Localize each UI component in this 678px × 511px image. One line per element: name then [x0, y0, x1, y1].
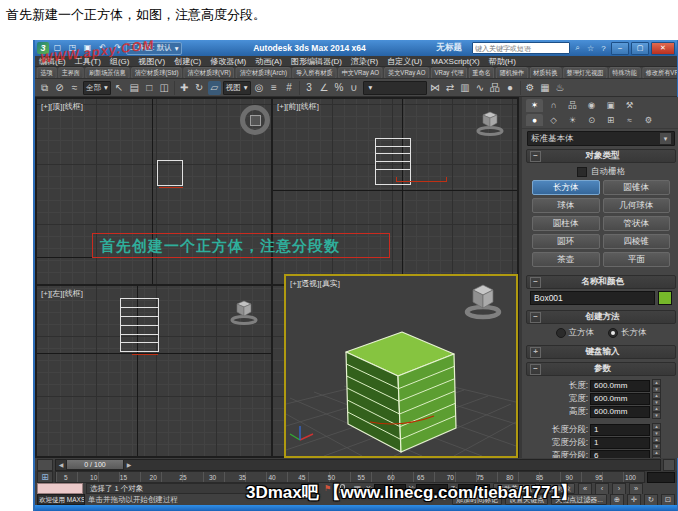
length-spinner[interactable]: ▴▾: [652, 379, 661, 393]
named-selection-dropdown[interactable]: ▾: [363, 81, 427, 95]
pan-icon[interactable]: ✛: [627, 494, 641, 506]
snap-toggle-3d-icon[interactable]: 3: [303, 81, 316, 95]
select-object-icon[interactable]: ↖: [113, 81, 126, 95]
search-icon[interactable]: ⌕: [572, 43, 583, 53]
viewport-persp-label[interactable]: [+][透视][真实]: [290, 278, 340, 289]
viewcube-top[interactable]: [240, 105, 270, 135]
select-by-name-icon[interactable]: ▤: [128, 81, 141, 95]
rendered-frame-icon[interactable]: ▦: [539, 81, 552, 95]
time-slider-track[interactable]: ◀ 0 / 100 ▶: [55, 459, 661, 471]
obj-cylinder-button[interactable]: 圆柱体: [532, 216, 600, 231]
obj-cone-button[interactable]: 圆锥体: [603, 180, 671, 195]
spinner-snap-icon[interactable]: ∪: [348, 81, 361, 95]
render-setup-icon[interactable]: ⚙: [524, 81, 537, 95]
tab-create-icon[interactable]: ✶: [526, 99, 543, 112]
obj-teapot-button[interactable]: 茶壶: [532, 252, 600, 267]
rollout-keyboard-entry-header[interactable]: + 键盘输入: [526, 345, 676, 359]
obj-box-button[interactable]: 长方体: [532, 180, 600, 195]
radio-box[interactable]: 长方体: [608, 327, 647, 339]
rollout-parameters-header[interactable]: − 参数: [526, 362, 676, 376]
script-button-cn-vray-ao[interactable]: 中文VRay AO: [338, 67, 383, 79]
sub-geometry-icon[interactable]: ●: [526, 114, 543, 126]
curve-editor-icon[interactable]: ∿: [474, 81, 487, 95]
height-field[interactable]: 600.0mm: [590, 406, 650, 418]
script-button-vray-proxy[interactable]: VRay 代理: [431, 67, 467, 79]
time-slider-mode-button[interactable]: [37, 459, 53, 471]
rollout-creation-method-header[interactable]: − 创建方法: [526, 310, 676, 324]
tab-hierarchy-icon[interactable]: 品: [564, 99, 581, 112]
prev-frame-icon[interactable]: ◀: [56, 460, 66, 470]
layer-manager-icon[interactable]: ▥: [459, 81, 472, 95]
schematic-view-icon[interactable]: 品: [489, 81, 502, 95]
sub-cameras-icon[interactable]: ⊙: [583, 114, 600, 126]
mini-curve-editor-icon[interactable]: ⊞: [37, 471, 53, 483]
sub-shapes-icon[interactable]: ◇: [545, 114, 562, 126]
script-button-rename[interactable]: 重命名: [469, 67, 495, 79]
menu-animation[interactable]: 动画(A): [255, 56, 282, 67]
window-crossing-icon[interactable]: ◫: [158, 81, 171, 95]
length-segs-field[interactable]: 1: [590, 424, 650, 436]
script-button-material-convert[interactable]: 材质转换: [530, 67, 562, 79]
maximize-viewport-icon[interactable]: ⊡: [661, 494, 675, 506]
autogrid-checkbox[interactable]: [577, 167, 587, 177]
maximize-button[interactable]: ▢: [631, 42, 649, 55]
angle-snap-icon[interactable]: ∠: [318, 81, 331, 95]
obj-torus-button[interactable]: 圆环: [532, 234, 600, 249]
obj-geosphere-button[interactable]: 几何球体: [603, 198, 671, 213]
script-button-main-ui[interactable]: 主界面: [58, 67, 84, 79]
width-segs-spinner[interactable]: ▴▾: [652, 436, 661, 450]
sub-lights-icon[interactable]: ☀: [564, 114, 581, 126]
search-input[interactable]: [472, 42, 570, 54]
macro-recorder-pane[interactable]: [37, 483, 83, 494]
viewport-perspective[interactable]: [+][透视][真实]: [284, 274, 518, 458]
viewport-front-label[interactable]: [+][前][线框]: [277, 101, 319, 112]
next-frame-icon[interactable]: ▶: [124, 460, 134, 470]
reference-coordinate-dropdown[interactable]: 视图 ▾: [223, 81, 251, 95]
script-button-clear-mtl-vr[interactable]: 清空材质球(VR): [184, 67, 234, 79]
sub-helpers-icon[interactable]: ⊞: [602, 114, 619, 126]
width-field[interactable]: 600.0mm: [590, 393, 650, 405]
primitive-category-dropdown[interactable]: 标准基本体 ▾: [527, 131, 675, 146]
menu-group[interactable]: 组(G): [110, 56, 130, 67]
go-to-start-icon[interactable]: «: [578, 483, 592, 495]
selection-filter-dropdown[interactable]: 全部 ▾: [83, 81, 111, 95]
menu-modifiers[interactable]: 修改器(M): [210, 56, 246, 67]
obj-sphere-button[interactable]: 球体: [532, 198, 600, 213]
script-button-clear-mtl-std[interactable]: 清空材质球(Std): [131, 67, 182, 79]
viewport-left-label[interactable]: [+][左][线框]: [41, 288, 83, 299]
favorites-icon[interactable]: ☆: [585, 44, 596, 53]
close-button[interactable]: ✕: [651, 42, 675, 55]
object-color-swatch[interactable]: [658, 291, 672, 305]
bind-to-spacewarp-icon[interactable]: ≈: [68, 81, 81, 95]
tab-motion-icon[interactable]: ◉: [583, 99, 600, 112]
script-button-modify-vraymtl[interactable]: 修改所有VRayMtl: [642, 67, 677, 79]
script-button-options[interactable]: 选项: [37, 67, 56, 79]
zoom-icon[interactable]: ⊕: [610, 494, 624, 506]
width-spinner[interactable]: ▴▾: [652, 392, 661, 406]
select-and-scale-icon[interactable]: ▱: [208, 81, 221, 95]
length-field[interactable]: 600.0mm: [590, 380, 650, 392]
width-segs-field[interactable]: 1: [590, 437, 650, 449]
viewcube-front[interactable]: [475, 107, 505, 137]
minimize-button[interactable]: –: [611, 42, 629, 55]
script-button-refresh-scene[interactable]: 刷新场景信息: [85, 67, 129, 79]
time-slider-handle[interactable]: 0 / 100: [66, 459, 124, 470]
script-button-random-ops[interactable]: 随机操作: [496, 67, 528, 79]
maxscript-listener[interactable]: 欢迎使用 MAXScript: [37, 494, 85, 505]
time-slider-extra-button[interactable]: [663, 459, 675, 471]
script-button-en-vray-ao[interactable]: 英文VRay AO: [384, 67, 429, 79]
radio-cube[interactable]: 立方体: [556, 327, 595, 339]
use-pivot-center-icon[interactable]: ◎: [253, 81, 266, 95]
orbit-icon[interactable]: ↻: [644, 494, 658, 506]
script-button-import-materials[interactable]: 导入所有材质: [292, 67, 336, 79]
sub-spacewarps-icon[interactable]: ≈: [621, 114, 638, 126]
menu-customize[interactable]: 自定义(U): [387, 56, 422, 67]
tab-modify-icon[interactable]: ∩: [545, 99, 562, 112]
help-icon[interactable]: ?: [598, 44, 609, 53]
obj-pyramid-button[interactable]: 四棱锥: [603, 234, 671, 249]
mirror-icon[interactable]: ⋈: [429, 81, 442, 95]
obj-plane-button[interactable]: 平面: [603, 252, 671, 267]
script-button-organize-lights[interactable]: 整理灯光视图: [563, 67, 607, 79]
menu-create[interactable]: 创建(C): [174, 56, 201, 67]
previous-key-icon[interactable]: ‹: [595, 483, 609, 495]
